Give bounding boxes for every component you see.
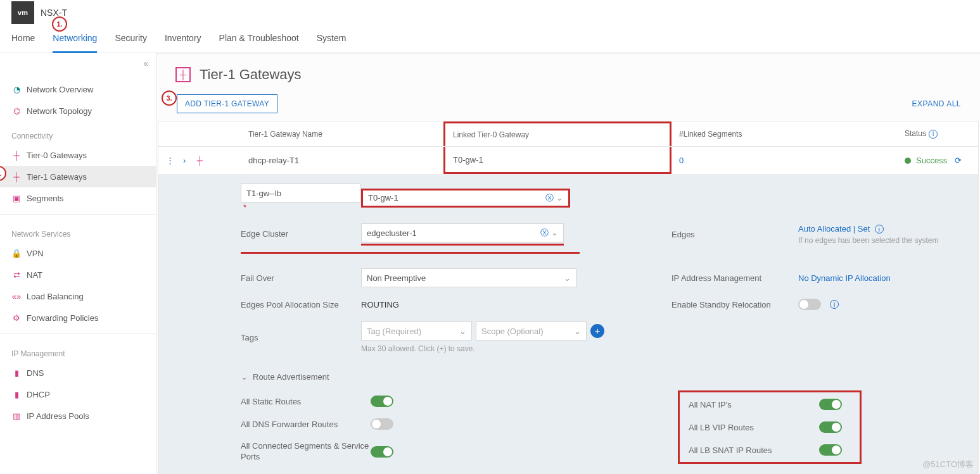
route-advertisement-header[interactable]: ⌄ Route Advertisement [241, 365, 978, 382]
annotation-1: 1. [52, 16, 67, 32]
failover-select[interactable]: Non Preemptive ⌄ [361, 268, 576, 287]
ra-nat-toggle[interactable] [819, 399, 842, 410]
sidebar-item-nat[interactable]: ⇄ NAT [0, 264, 156, 285]
sidebar-section-network-services: Network Services [0, 220, 156, 242]
sidebar-label: IP Address Pools [27, 411, 89, 421]
col-linked: Linked Tier-0 Gateway [443, 122, 671, 146]
ippool-icon: ▥ [11, 411, 22, 421]
chevron-down-icon[interactable]: ⌄ [551, 228, 558, 237]
sidebar-item-fwd[interactable]: ⚙ Forwarding Policies [0, 307, 156, 328]
clear-icon[interactable]: ⓧ [540, 228, 549, 237]
row-menu-icon[interactable]: ⋮ [166, 156, 174, 165]
scope-placeholder: Scope (Optional) [481, 327, 544, 336]
vpn-icon: 🔒 [11, 248, 22, 258]
sidebar-label: Tier-1 Gateways [27, 172, 87, 182]
row-linked: T0-gw-1 [443, 147, 671, 174]
ra-dns-toggle[interactable] [371, 418, 393, 430]
info-icon[interactable]: i [929, 130, 938, 139]
sidebar-label: Network Overview [27, 85, 93, 94]
sidebar: « ◔ Network Overview ⌬ Network Topology … [0, 53, 156, 474]
ra-conn-toggle[interactable] [371, 446, 393, 458]
failover-label: Fail Over [241, 273, 361, 283]
standby-toggle[interactable] [798, 299, 821, 310]
status-indicator: Success ⟳ [905, 156, 970, 165]
chevron-down-icon[interactable]: ⌄ [556, 193, 563, 203]
ra-static-toggle[interactable] [371, 396, 393, 407]
sidebar-item-network-overview[interactable]: ◔ Network Overview [0, 78, 156, 100]
row-segments-link[interactable]: 0 [671, 156, 897, 165]
sidebar-item-ip-pools[interactable]: ▥ IP Address Pools [0, 405, 156, 427]
info-icon[interactable]: i [830, 300, 839, 309]
chevron-down-icon[interactable]: ⌄ [564, 273, 571, 283]
tier1-row-icon: ┼ [194, 156, 205, 166]
ra-snat-label: All LB SNAT IP Routes [689, 446, 819, 455]
segments-icon: ▣ [11, 193, 22, 203]
edge-cluster-select[interactable]: edgecluster-1 ⓧ ⌄ [361, 223, 564, 242]
lb-icon: «» [11, 291, 22, 301]
sidebar-label: Tier-0 Gateways [27, 151, 87, 160]
edge-cluster-value: edgecluster-1 [367, 228, 417, 238]
product-title: NSX-T [41, 8, 67, 18]
fwd-icon: ⚙ [11, 313, 22, 323]
chevron-down-icon[interactable]: ⌄ [241, 372, 248, 382]
sidebar-label: DNS [27, 368, 44, 378]
edges-value-link[interactable]: Auto Allocated | Set [798, 224, 870, 234]
col-segments: #Linked Segments [671, 130, 897, 139]
sidebar-item-tier1[interactable]: ┼ Tier-1 Gateways 2. [0, 166, 156, 187]
sidebar-item-lb[interactable]: «» Load Balancing [0, 285, 156, 307]
ra-static-label: All Static Routes [241, 397, 371, 406]
sidebar-label: VPN [27, 249, 44, 258]
table-header: Tier-1 Gateway Name Linked Tier-0 Gatewa… [158, 122, 978, 147]
tab-home[interactable]: Home [11, 25, 35, 53]
tag-placeholder: Tag (Required) [367, 327, 421, 336]
table-row: ⋮ › ┼ dhcp-relay-T1 T0-gw-1 0 Success ⟳ [158, 147, 978, 175]
add-tag-button[interactable]: + [590, 324, 604, 338]
sidebar-section-connectivity: Connectivity [0, 122, 156, 144]
topology-icon: ⌬ [11, 106, 22, 116]
ra-snat-toggle[interactable] [819, 444, 842, 456]
sidebar-item-dhcp[interactable]: ▮ DHCP [0, 384, 156, 405]
sidebar-label: Network Topology [27, 106, 92, 116]
annotation-3: 3. [162, 90, 177, 106]
scope-input[interactable]: Scope (Optional)⌄ [476, 321, 587, 340]
gateway-name-input[interactable] [241, 184, 361, 203]
annotation-2: 2. [0, 166, 6, 181]
tab-system[interactable]: System [317, 25, 347, 53]
required-indicator: * [243, 203, 246, 212]
add-tier1-button[interactable]: ADD TIER-1 GATEWAY [177, 94, 277, 113]
row-name: dhcp-relay-T1 [241, 156, 443, 165]
status-text: Success [916, 156, 947, 165]
sidebar-item-tier0[interactable]: ┼ Tier-0 Gateways [0, 144, 156, 166]
tag-input[interactable]: Tag (Required)⌄ [361, 321, 472, 340]
tab-security[interactable]: Security [115, 25, 147, 53]
row-expand-icon[interactable]: › [183, 156, 186, 165]
sidebar-item-vpn[interactable]: 🔒 VPN [0, 242, 156, 264]
tags-label: Tags [241, 333, 361, 342]
ra-vip-toggle[interactable] [819, 421, 842, 433]
dashboard-icon: ◔ [11, 84, 22, 94]
chevron-down-icon[interactable]: ⌄ [459, 327, 466, 336]
tab-inventory[interactable]: Inventory [165, 25, 201, 53]
ipmgmt-link[interactable]: No Dynamic IP Allocation [798, 273, 978, 283]
sidebar-label: NAT [27, 270, 42, 280]
app-header: vm NSX-T [0, 0, 980, 25]
sidebar-item-segments[interactable]: ▣ Segments [0, 187, 156, 209]
info-icon[interactable]: i [875, 225, 884, 234]
edges-note: If no edges has been selected the system [798, 236, 978, 245]
sidebar-item-dns[interactable]: ▮ DNS [0, 362, 156, 384]
refresh-icon[interactable]: ⟳ [955, 156, 962, 165]
chevron-down-icon[interactable]: ⌄ [574, 327, 581, 336]
collapse-sidebar-icon[interactable]: « [143, 58, 148, 68]
tier1-page-icon: ┼ [175, 67, 191, 82]
clear-icon[interactable]: ⓧ [545, 193, 554, 203]
ipmgmt-label: IP Address Management [671, 273, 798, 283]
edges-label: Edges [671, 230, 798, 239]
ra-title: Route Advertisement [253, 372, 329, 382]
vmware-logo: vm [11, 1, 34, 24]
linked-tier0-select[interactable]: T0-gw-1 ⓧ ⌄ [361, 189, 570, 208]
sidebar-item-network-topology[interactable]: ⌬ Network Topology [0, 100, 156, 122]
expand-all-link[interactable]: EXPAND ALL [912, 99, 961, 108]
status-dot-icon [905, 158, 911, 164]
col-name: Tier-1 Gateway Name [241, 130, 443, 139]
tab-plan[interactable]: Plan & Troubleshoot [219, 25, 299, 53]
